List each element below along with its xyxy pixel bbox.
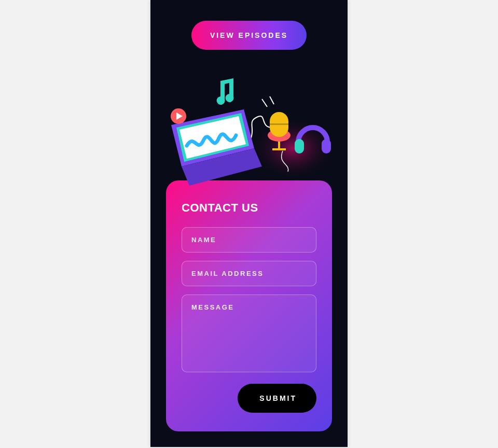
squiggle-2 [262, 96, 274, 107]
svg-rect-13 [322, 139, 331, 153]
svg-rect-9 [270, 123, 288, 125]
submit-button[interactable]: SUBMIT [238, 384, 316, 413]
name-field[interactable] [182, 227, 316, 253]
music-note-icon [217, 78, 234, 105]
email-field[interactable] [182, 261, 316, 286]
contact-form-card: CONTACT US SUBMIT [166, 180, 332, 431]
message-field[interactable] [182, 295, 316, 372]
hero-illustration [166, 76, 332, 170]
app-screen: VIEW EPISODES [150, 0, 348, 447]
view-episodes-button[interactable]: VIEW EPISODES [191, 21, 307, 50]
play-icon [171, 108, 186, 124]
laptop-icon [171, 109, 262, 186]
svg-rect-12 [295, 139, 304, 153]
submit-row: SUBMIT [182, 384, 316, 413]
contact-title: CONTACT US [182, 201, 316, 215]
